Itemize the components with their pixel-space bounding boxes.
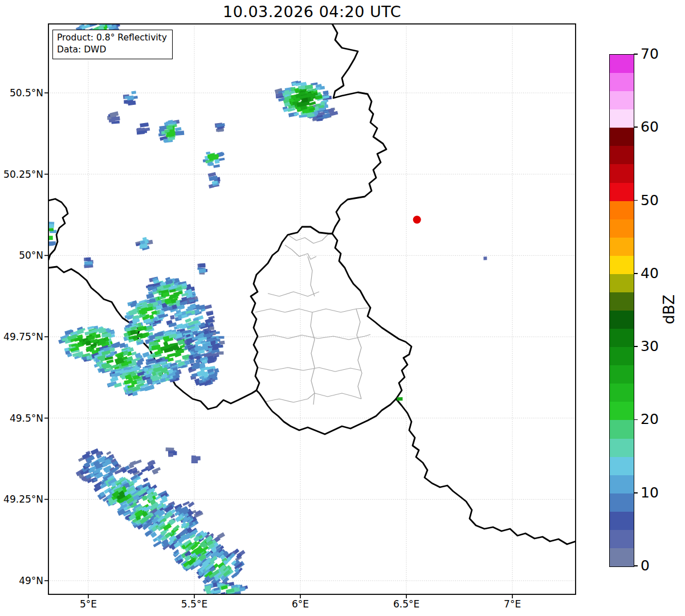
x-tick-label: 6°E xyxy=(275,598,326,610)
colorbar-tick-label: 30 xyxy=(641,338,659,355)
colorbar-segment xyxy=(610,439,634,457)
y-tick-label: 50.25°N xyxy=(0,168,43,181)
map-canvas xyxy=(48,24,576,594)
colorbar-tick-mark xyxy=(634,346,638,347)
colorbar-segment xyxy=(610,219,634,238)
colorbar-tick-label: 20 xyxy=(641,411,659,428)
colorbar-tick-mark xyxy=(634,492,638,493)
colorbar-segment xyxy=(610,274,634,292)
y-tick-label: 50°N xyxy=(0,248,43,262)
colorbar-segment xyxy=(610,384,634,402)
product-label: Product: 0.8° Reflectivity xyxy=(57,32,167,44)
y-tick-label: 50.5°N xyxy=(0,86,43,100)
colorbar-tick-label: 0 xyxy=(641,557,650,574)
x-tick-label: 7°E xyxy=(487,598,538,610)
colorbar-segment xyxy=(610,402,634,420)
colorbar-tick-mark xyxy=(634,54,638,55)
colorbar-tick-mark xyxy=(634,565,638,566)
colorbar-segment xyxy=(610,548,634,566)
y-tick-label: 49°N xyxy=(0,574,43,588)
colorbar-segment xyxy=(610,329,634,347)
colorbar xyxy=(609,54,634,567)
colorbar-tick-mark xyxy=(634,273,638,274)
colorbar-tick-label: 70 xyxy=(641,46,659,63)
colorbar-segment xyxy=(610,256,634,274)
colorbar-tick-mark xyxy=(634,419,638,421)
colorbar-segment xyxy=(610,201,634,219)
colorbar-segment xyxy=(610,55,634,73)
radar-app-window: 10.03.2026 04:20 UTC Product: 0.8° Refle… xyxy=(0,0,685,616)
station-marker xyxy=(413,216,421,224)
colorbar-segment xyxy=(610,109,634,128)
x-tick-label: 5°E xyxy=(63,598,114,610)
colorbar-segment xyxy=(610,164,634,182)
y-tick-label: 49.75°N xyxy=(0,330,43,344)
colorbar-tick-mark xyxy=(634,200,638,201)
colorbar-segment xyxy=(610,146,634,164)
colorbar-segment xyxy=(610,475,634,493)
data-source-label: Data: DWD xyxy=(57,44,167,56)
colorbar-unit-label: dBZ xyxy=(660,295,678,324)
colorbar-segment xyxy=(610,365,634,384)
x-tick-label: 5.5°E xyxy=(169,598,220,610)
colorbar-tick-label: 40 xyxy=(641,265,659,282)
colorbar-segment xyxy=(610,530,634,548)
colorbar-segment xyxy=(610,347,634,365)
colorbar-segment xyxy=(610,128,634,146)
y-tick-label: 49.5°N xyxy=(0,411,43,425)
colorbar-segment xyxy=(610,73,634,91)
colorbar-tick-label: 50 xyxy=(641,192,659,209)
colorbar-segment xyxy=(610,311,634,329)
x-tick-label: 6.5°E xyxy=(381,598,432,610)
radar-echoes xyxy=(43,21,487,597)
colorbar-segment xyxy=(610,420,634,438)
colorbar-tick-label: 10 xyxy=(641,484,659,501)
radar-map xyxy=(48,24,576,594)
y-tick-label: 49.25°N xyxy=(0,492,43,506)
colorbar-segment xyxy=(610,457,634,475)
colorbar-segment xyxy=(610,493,634,512)
colorbar-segment xyxy=(610,91,634,109)
colorbar-tick-mark xyxy=(634,127,638,128)
colorbar-segment xyxy=(610,512,634,530)
colorbar-tick-label: 60 xyxy=(641,119,659,136)
product-info-box: Product: 0.8° Reflectivity Data: DWD xyxy=(52,30,173,59)
page-title: 10.03.2026 04:20 UTC xyxy=(48,3,576,21)
canton-borders xyxy=(255,234,370,405)
colorbar-segment xyxy=(610,238,634,256)
colorbar-segment xyxy=(610,183,634,201)
colorbar-segment xyxy=(610,292,634,311)
